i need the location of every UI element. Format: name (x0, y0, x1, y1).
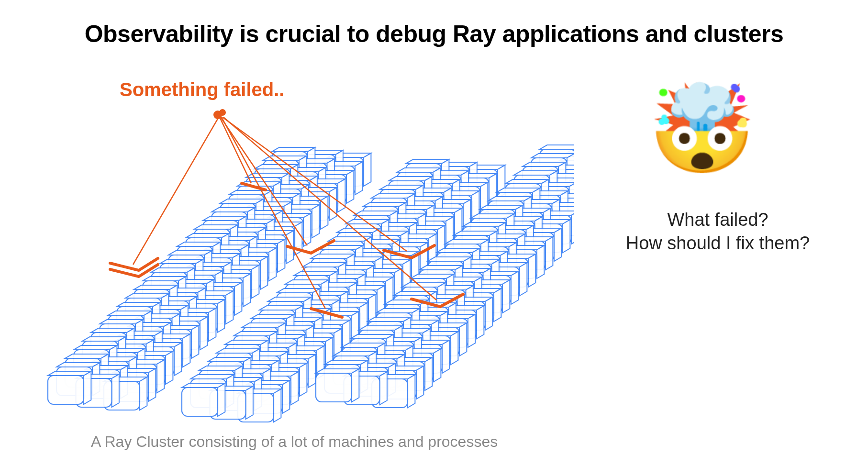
svg-rect-243 (316, 373, 352, 402)
cluster-diagram (29, 79, 574, 423)
page-title: Observability is crucial to debug Ray ap… (85, 20, 784, 48)
mindblown-emoji: 🤯 (648, 86, 754, 191)
apex-dot-2 (219, 109, 226, 116)
cluster-caption: A Ray Cluster consisting of a lot of mac… (91, 433, 498, 451)
questions-block: What failed? How should I fix them? (603, 208, 833, 255)
svg-rect-162 (182, 388, 218, 416)
question-line-2: How should I fix them? (603, 232, 833, 255)
svg-rect-81 (48, 376, 84, 404)
question-line-1: What failed? (603, 208, 833, 232)
